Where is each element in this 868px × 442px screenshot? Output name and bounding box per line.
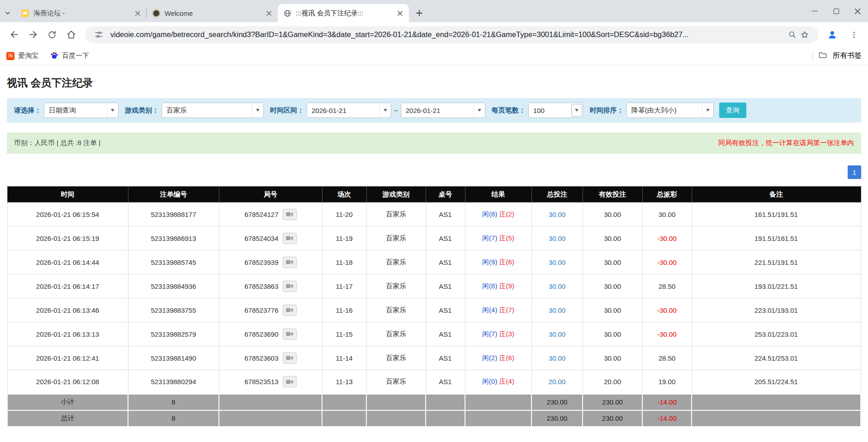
date-separator: ~ — [394, 107, 398, 114]
chevron-down-icon[interactable] — [379, 103, 391, 118]
game-type-select[interactable]: 百家乐 — [161, 103, 264, 118]
cell-game-type: 百家乐 — [366, 226, 426, 250]
tab-close-icon[interactable] — [264, 9, 273, 18]
bookmarks-bar: 淘 爱淘宝 百度一下 所有书签 — [0, 47, 868, 65]
cell-note: 161.51/191.51 — [692, 202, 861, 226]
chevron-down-icon[interactable] — [702, 103, 713, 118]
column-header: 注单编号 — [128, 187, 219, 202]
result-player: 闲(7) — [482, 330, 497, 338]
result-banker: 庄(5) — [499, 234, 514, 242]
cell-table-no: AS1 — [426, 250, 465, 274]
cell-payout: -30.00 — [642, 322, 692, 346]
cell-game-type: 百家乐 — [366, 202, 426, 226]
cell-result: 闲(8) 庄(2) — [465, 202, 531, 226]
date-range-label: 时间区间： — [270, 106, 304, 115]
video-replay-button[interactable] — [283, 257, 297, 268]
maximize-button[interactable] — [825, 0, 847, 22]
date-start-value: 2026-01-21 — [312, 107, 346, 114]
folder-icon — [818, 51, 827, 61]
sort-order-select[interactable]: 降幂(由大到小) — [626, 103, 714, 118]
tab-bet-records-active[interactable]: :::视讯 会员下注纪录::: — [278, 4, 409, 22]
column-header: 有效投注 — [583, 187, 642, 202]
result-banker: 庄(3) — [499, 330, 514, 338]
video-replay-button[interactable] — [283, 353, 297, 364]
total-bet-link[interactable]: 30.00 — [549, 330, 566, 338]
chevron-down-icon[interactable] — [474, 103, 485, 118]
round-number: 678523776 — [244, 306, 278, 314]
home-button[interactable] — [62, 25, 81, 44]
cell-game-type: 百家乐 — [366, 370, 426, 394]
tab-welcome[interactable]: Welcome — [147, 4, 278, 22]
cell-session: 11-18 — [322, 250, 366, 274]
total-bet-link[interactable]: 30.00 — [549, 259, 566, 266]
back-button[interactable] — [5, 25, 24, 44]
date-start-select[interactable]: 2026-01-21 — [307, 103, 391, 118]
tab-favicon-haiyan-icon — [21, 9, 29, 17]
tab-close-icon[interactable] — [133, 9, 142, 18]
total-bet-link[interactable]: 30.00 — [549, 211, 566, 218]
tab-haiyan-forum[interactable]: 海燕论坛 - — [15, 4, 147, 22]
filter-bar: 请选择： 日期查询 游戏类别： 百家乐 时间区间： 2026-01-21 ~ 2… — [7, 98, 861, 122]
new-tab-button[interactable] — [412, 5, 427, 21]
total-bet-link[interactable]: 20.00 — [549, 378, 566, 386]
result-banker: 庄(7) — [499, 306, 514, 314]
bookmark-star-icon[interactable] — [798, 28, 811, 41]
cell-note: 253.01/223.01 — [692, 322, 861, 346]
page-content: 视讯 会员下注纪录 请选择： 日期查询 游戏类别： 百家乐 时间区间： 2026… — [0, 76, 868, 427]
cell-table-no: AS1 — [426, 202, 465, 226]
url-text[interactable]: videoie.com/game/betrecord_search/kind3?… — [110, 30, 780, 39]
total-bet-link[interactable]: 30.00 — [549, 235, 566, 242]
tab-search-chevron-icon[interactable] — [0, 4, 15, 22]
zoom-icon[interactable] — [786, 28, 798, 41]
date-end-select[interactable]: 2026-01-21 — [401, 103, 485, 118]
video-replay-button[interactable] — [283, 209, 297, 220]
bookmark-taobao[interactable]: 淘 爱淘宝 — [6, 52, 38, 60]
all-bookmarks[interactable]: 所有书签 — [812, 51, 862, 61]
page-1-button[interactable]: 1 — [848, 165, 861, 179]
all-bookmarks-label: 所有书签 — [833, 51, 862, 61]
video-replay-button[interactable] — [283, 329, 297, 340]
total-row: 总计8230.00230.00-14.00 — [7, 410, 861, 427]
tab-favicon-globe-icon — [283, 9, 291, 17]
sort-order-label: 时间排序： — [590, 106, 624, 115]
foot-label: 总计 — [7, 410, 128, 427]
chevron-down-icon[interactable] — [107, 103, 118, 118]
cell-total-bet: 30.00 — [531, 202, 583, 226]
forward-button[interactable] — [24, 25, 43, 44]
column-header: 结果 — [465, 187, 531, 202]
chevron-down-icon[interactable] — [571, 104, 582, 117]
video-replay-button[interactable] — [283, 305, 297, 316]
tab-strip: 海燕论坛 - Welcome :::视讯 会员下注纪录::: — [0, 0, 868, 22]
close-button[interactable] — [847, 0, 868, 22]
minimize-button[interactable] — [804, 0, 825, 22]
table-row: 2026-01-21 06:15:54523139888177678524127… — [7, 202, 861, 226]
bookmark-baidu[interactable]: 百度一下 — [50, 51, 89, 61]
foot-total-bet: 230.00 — [531, 410, 583, 427]
cell-total-bet: 30.00 — [531, 298, 583, 322]
url-bar[interactable]: videoie.com/game/betrecord_search/kind3?… — [85, 26, 818, 43]
total-bet-link[interactable]: 30.00 — [549, 282, 566, 290]
chevron-down-icon[interactable] — [252, 103, 263, 118]
foot-count: 8 — [128, 410, 219, 427]
reload-button[interactable] — [43, 25, 62, 44]
table-row: 2026-01-21 06:14:17523139884936678523863… — [7, 274, 861, 298]
cell-payout: 30.00 — [642, 202, 692, 226]
total-bet-link[interactable]: 30.00 — [549, 306, 566, 314]
result-banker: 庄(6) — [499, 258, 514, 266]
round-number: 678523939 — [244, 259, 278, 266]
query-type-select[interactable]: 日期查询 — [44, 103, 119, 118]
column-header: 备注 — [692, 187, 861, 202]
total-bet-link[interactable]: 30.00 — [549, 354, 566, 362]
browser-menu-icon[interactable] — [844, 25, 863, 44]
video-replay-button[interactable] — [283, 281, 297, 292]
video-replay-button[interactable] — [283, 233, 297, 244]
video-replay-button[interactable] — [283, 376, 297, 387]
page-size-select[interactable]: 100 — [528, 103, 583, 118]
foot-label: 小计 — [7, 394, 128, 410]
profile-avatar-icon[interactable] — [823, 25, 842, 44]
site-info-icon[interactable] — [92, 28, 105, 41]
cell-game-type: 百家乐 — [366, 322, 426, 346]
tab-close-icon[interactable] — [395, 9, 404, 18]
search-button[interactable]: 查询 — [719, 103, 746, 118]
page-size-label: 每页笔数： — [492, 106, 526, 115]
